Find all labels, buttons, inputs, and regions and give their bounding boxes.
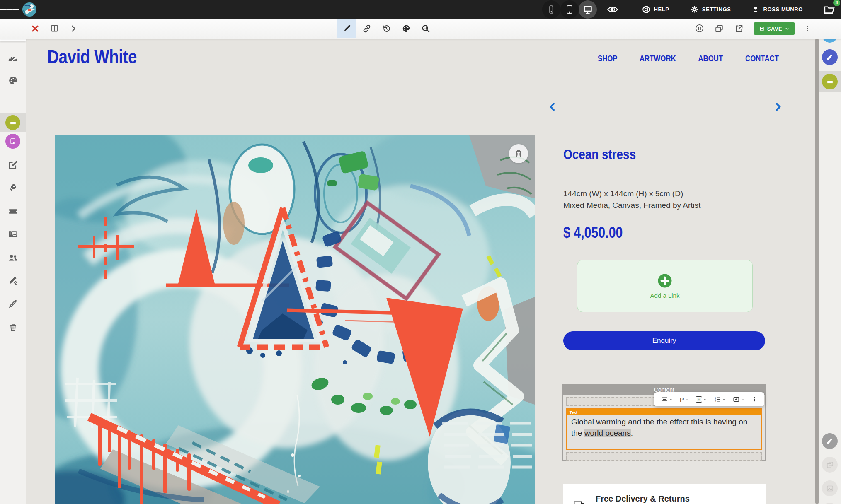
carousel-prev-icon[interactable]: [546, 101, 559, 113]
save-label: SAVE: [767, 26, 782, 32]
insert-block-icon: [733, 396, 740, 403]
close-icon[interactable]: [26, 19, 45, 38]
save-caret-icon: [785, 26, 790, 31]
product-image[interactable]: [55, 135, 535, 504]
selected-text: world oceans: [584, 429, 631, 437]
left-sidebar: [0, 19, 26, 504]
pen-icon[interactable]: [5, 297, 20, 311]
chevron-down-icon: [703, 398, 707, 401]
site-title[interactable]: David White: [47, 45, 156, 68]
pages-icon[interactable]: [5, 134, 20, 149]
align-center-icon: [661, 396, 668, 403]
chevron-down-icon: [722, 398, 726, 401]
open-external-icon[interactable]: [730, 19, 749, 38]
top-bar: HELP SETTINGS ROSS MUNRO 3: [0, 0, 841, 19]
empty-block-placeholder-bottom[interactable]: [566, 452, 762, 461]
canvas-scrollbar[interactable]: [815, 39, 819, 504]
trash-icon[interactable]: [5, 320, 20, 335]
save-floppy-icon: [759, 26, 765, 31]
right-sidebar: [819, 19, 841, 504]
list-menu-button[interactable]: 123: [714, 396, 726, 403]
delete-image-icon[interactable]: [509, 144, 528, 163]
theme-palette-icon[interactable]: [397, 19, 416, 38]
link-icon[interactable]: [357, 19, 376, 38]
product-price: $ 4,050.00: [563, 224, 636, 241]
site-avatar[interactable]: [22, 2, 36, 17]
product-dimensions: 144cm (W) x 144cm (H) x 5cm (D): [563, 189, 683, 198]
nav-contact[interactable]: CONTACT: [745, 53, 779, 63]
align-menu-button[interactable]: [661, 396, 673, 403]
chevron-down-icon: [669, 398, 673, 401]
contacts-people-icon[interactable]: [5, 250, 20, 265]
carousel-next-icon[interactable]: [772, 101, 784, 113]
desktop-preview-icon[interactable]: [579, 0, 597, 19]
media-gallery-icon[interactable]: [5, 227, 20, 241]
preview-eye-icon[interactable]: [603, 0, 622, 19]
launch-rocket-icon[interactable]: [5, 180, 20, 195]
add-link-label: Add a Link: [650, 292, 680, 299]
seo-globe-search-icon[interactable]: [416, 19, 435, 38]
ticket-icon[interactable]: [5, 204, 20, 219]
expand-chevron-icon[interactable]: [64, 19, 83, 38]
tablet-preview-icon[interactable]: [560, 0, 579, 19]
site-nav: SHOP ARTWORK ABOUT CONTACT: [595, 53, 783, 63]
more-format-options-icon[interactable]: [751, 396, 757, 402]
chevron-down-icon: [741, 398, 744, 401]
split-view-icon[interactable]: [45, 19, 64, 38]
settings-button[interactable]: SETTINGS: [688, 5, 734, 14]
enquiry-button[interactable]: Enquiry: [563, 331, 765, 350]
brush-icon[interactable]: [822, 49, 838, 65]
palette-icon[interactable]: [5, 73, 20, 88]
text-block-body[interactable]: Global warming and the the effect this i…: [567, 415, 761, 449]
delivery-box-icon: [572, 497, 587, 504]
user-label: ROSS MUNRO: [763, 6, 803, 12]
user-menu-button[interactable]: ROSS MUNRO: [749, 5, 805, 14]
image-faded-icon[interactable]: [822, 480, 838, 496]
help-button[interactable]: HELP: [639, 5, 672, 14]
history-icon[interactable]: [377, 19, 396, 38]
delivery-card: Free Delivery & Returns: [563, 484, 766, 504]
help-label: HELP: [654, 6, 669, 12]
notification-badge: 3: [833, 0, 840, 6]
list-icon[interactable]: [822, 74, 838, 89]
nav-shop[interactable]: SHOP: [598, 53, 618, 63]
dashboard-gauge-icon[interactable]: [5, 51, 20, 66]
add-link-plus-icon: [657, 273, 672, 288]
more-options-icon[interactable]: [799, 19, 816, 38]
hamburger-menu-icon[interactable]: [0, 0, 19, 19]
heading-menu-button[interactable]: H: [696, 396, 707, 403]
ordered-list-icon: 123: [714, 396, 721, 403]
pause-icon[interactable]: [690, 19, 709, 38]
chevron-down-icon: [685, 398, 688, 401]
edit-pencil-icon[interactable]: [337, 19, 356, 38]
text-block-tag: Text: [567, 409, 761, 415]
text-block[interactable]: Text Global warming and the the effect t…: [566, 408, 762, 450]
phone-preview-icon[interactable]: [542, 0, 560, 19]
content-list-icon[interactable]: [5, 115, 20, 130]
settings-gear-icon: [690, 5, 699, 14]
site-preview-canvas: David White SHOP ARTWORK ABOUT CONTACT: [26, 39, 815, 504]
edit-compose-icon[interactable]: [5, 158, 20, 173]
add-link-dropzone[interactable]: Add a Link: [577, 260, 753, 312]
svg-text:3: 3: [715, 400, 716, 402]
insert-menu-button[interactable]: [733, 396, 744, 403]
product-title: Ocean stress: [563, 146, 652, 162]
nav-artwork[interactable]: ARTWORK: [640, 53, 676, 63]
paragraph-menu-button[interactable]: P: [680, 396, 688, 403]
save-button[interactable]: SAVE: [754, 22, 795, 35]
product-materials: Mixed Media, Canvas, Framed by Artist: [563, 201, 701, 210]
text-format-toolbar: P H 123: [654, 392, 764, 406]
delivery-title: Free Delivery & Returns: [596, 494, 690, 504]
editor-toolbar: SAVE: [0, 19, 841, 39]
duplicate-faded-icon[interactable]: [822, 457, 838, 473]
heading-icon: H: [696, 396, 702, 403]
brush-gray-icon[interactable]: [822, 433, 838, 449]
site-editor-app: HELP SETTINGS ROSS MUNRO 3: [0, 0, 841, 504]
help-lifebuoy-icon: [642, 5, 651, 14]
duplicate-icon[interactable]: [710, 19, 729, 38]
settings-label: SETTINGS: [702, 6, 731, 12]
user-icon: [751, 5, 760, 14]
paragraph-icon: P: [680, 396, 684, 403]
design-tools-icon[interactable]: [5, 273, 20, 288]
nav-about[interactable]: ABOUT: [698, 53, 723, 63]
